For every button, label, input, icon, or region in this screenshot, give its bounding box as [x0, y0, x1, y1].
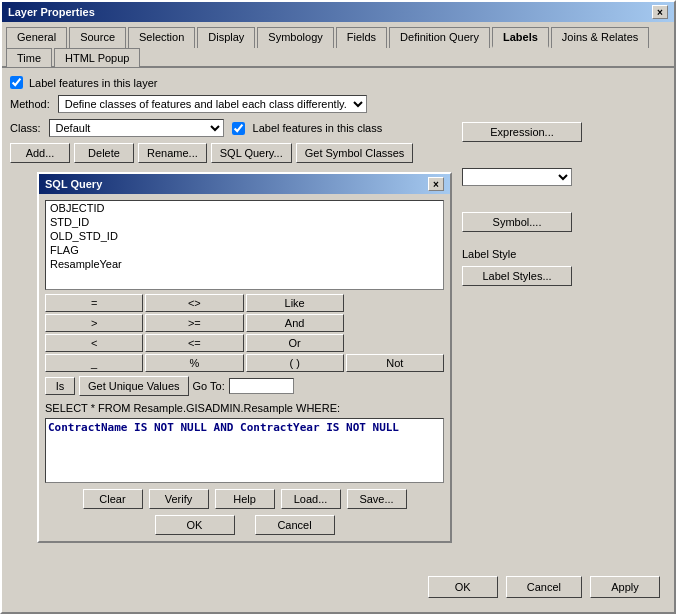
list-item[interactable]: ResampleYear	[46, 257, 443, 271]
tab-fields[interactable]: Fields	[336, 27, 387, 48]
op-underscore[interactable]: _	[45, 354, 143, 372]
get-symbol-classes-button[interactable]: Get Symbol Classes	[296, 143, 414, 163]
help-button[interactable]: Help	[215, 489, 275, 509]
sql-bottom-buttons: Clear Verify Help Load... Save...	[45, 489, 444, 509]
op-not[interactable]: Not	[346, 354, 444, 372]
label-style-label: Label Style	[462, 248, 662, 260]
op-or[interactable]: Or	[246, 334, 344, 352]
op-and[interactable]: And	[246, 314, 344, 332]
fields-listbox[interactable]: OBJECTID STD_ID OLD_STD_ID FLAG Resample…	[45, 200, 444, 290]
sql-ok-cancel: OK Cancel	[45, 515, 444, 535]
label-class-checkbox[interactable]	[232, 122, 245, 135]
get-unique-values-button[interactable]: Get Unique Values	[79, 376, 189, 396]
sql-dialog-content: OBJECTID STD_ID OLD_STD_ID FLAG Resample…	[39, 194, 450, 541]
class-select[interactable]: Default	[49, 119, 224, 137]
expression-button[interactable]: Expression...	[462, 122, 582, 142]
op-gte[interactable]: >=	[145, 314, 243, 332]
sql-textarea-row: ContractName IS NOT NULL AND ContractYea…	[45, 418, 444, 483]
method-row: Method: Define classes of features and l…	[10, 95, 666, 113]
class-label: Class:	[10, 122, 41, 134]
clear-button[interactable]: Clear	[83, 489, 143, 509]
ok-button[interactable]: OK	[428, 576, 498, 598]
delete-button[interactable]: Delete	[74, 143, 134, 163]
sql-dialog-title: SQL Query	[45, 178, 102, 190]
sql-cancel-button[interactable]: Cancel	[255, 515, 335, 535]
method-label: Method:	[10, 98, 50, 110]
tab-symbology[interactable]: Symbology	[257, 27, 333, 48]
symbol-button[interactable]: Symbol....	[462, 212, 572, 232]
list-item[interactable]: OLD_STD_ID	[46, 229, 443, 243]
tab-html-popup[interactable]: HTML Popup	[54, 48, 140, 67]
sql-query-dialog: SQL Query × OBJECTID STD_ID OLD_STD_ID F…	[37, 172, 452, 543]
label-features-row: Label features in this layer	[10, 76, 666, 89]
title-bar: Layer Properties ×	[2, 2, 674, 22]
op-eq[interactable]: =	[45, 294, 143, 312]
fields-row: OBJECTID STD_ID OLD_STD_ID FLAG Resample…	[45, 200, 444, 290]
list-item[interactable]: OBJECTID	[46, 201, 443, 215]
sql-query-button[interactable]: SQL Query...	[211, 143, 292, 163]
op-parens[interactable]: ( )	[246, 354, 344, 372]
go-to-input[interactable]	[229, 378, 294, 394]
main-bottom-buttons: OK Cancel Apply	[428, 576, 660, 598]
apply-button[interactable]: Apply	[590, 576, 660, 598]
is-button[interactable]: Is	[45, 377, 75, 395]
sql-dialog-close[interactable]: ×	[428, 177, 444, 191]
tab-time[interactable]: Time	[6, 48, 52, 67]
sql-query-title-bar: SQL Query ×	[39, 174, 450, 194]
right-panel: Expression... Symbol.... Label Style Lab…	[462, 122, 662, 286]
window-title: Layer Properties	[8, 6, 95, 18]
op-lt[interactable]: <	[45, 334, 143, 352]
method-select[interactable]: Define classes of features and label eac…	[58, 95, 367, 113]
op-lte[interactable]: <=	[145, 334, 243, 352]
go-to-label: Go To:	[193, 380, 225, 392]
unique-values-row: Is Get Unique Values Go To:	[45, 376, 444, 396]
layer-properties-window: Layer Properties × General Source Select…	[0, 0, 676, 614]
op-gt[interactable]: >	[45, 314, 143, 332]
placement-select[interactable]	[462, 168, 572, 186]
label-class-label: Label features in this class	[253, 122, 383, 134]
close-button[interactable]: ×	[652, 5, 668, 19]
sql-ok-button[interactable]: OK	[155, 515, 235, 535]
verify-button[interactable]: Verify	[149, 489, 209, 509]
tab-joins-relates[interactable]: Joins & Relates	[551, 27, 649, 48]
tabs-bar: General Source Selection Display Symbolo…	[2, 22, 674, 68]
sql-query-label: SELECT * FROM Resample.GISADMIN.Resample…	[45, 402, 444, 414]
sql-query-textarea[interactable]: ContractName IS NOT NULL AND ContractYea…	[45, 418, 444, 483]
op-percent[interactable]: %	[145, 354, 243, 372]
op-like[interactable]: Like	[246, 294, 344, 312]
tab-selection[interactable]: Selection	[128, 27, 195, 48]
label-features-checkbox[interactable]	[10, 76, 23, 89]
label-styles-button[interactable]: Label Styles...	[462, 266, 572, 286]
label-features-label: Label features in this layer	[29, 77, 157, 89]
tab-definition-query[interactable]: Definition Query	[389, 27, 490, 48]
rename-button[interactable]: Rename...	[138, 143, 207, 163]
list-item[interactable]: FLAG	[46, 243, 443, 257]
tab-display[interactable]: Display	[197, 27, 255, 48]
cancel-button[interactable]: Cancel	[506, 576, 582, 598]
load-button[interactable]: Load...	[281, 489, 341, 509]
operators-grid: = <> Like > >= And < <= Or _ % ( ) Not	[45, 294, 444, 372]
save-button[interactable]: Save...	[347, 489, 407, 509]
list-item[interactable]: STD_ID	[46, 215, 443, 229]
tab-labels[interactable]: Labels	[492, 27, 549, 48]
tab-source[interactable]: Source	[69, 27, 126, 48]
add-button[interactable]: Add...	[10, 143, 70, 163]
tab-general[interactable]: General	[6, 27, 67, 48]
op-ne[interactable]: <>	[145, 294, 243, 312]
